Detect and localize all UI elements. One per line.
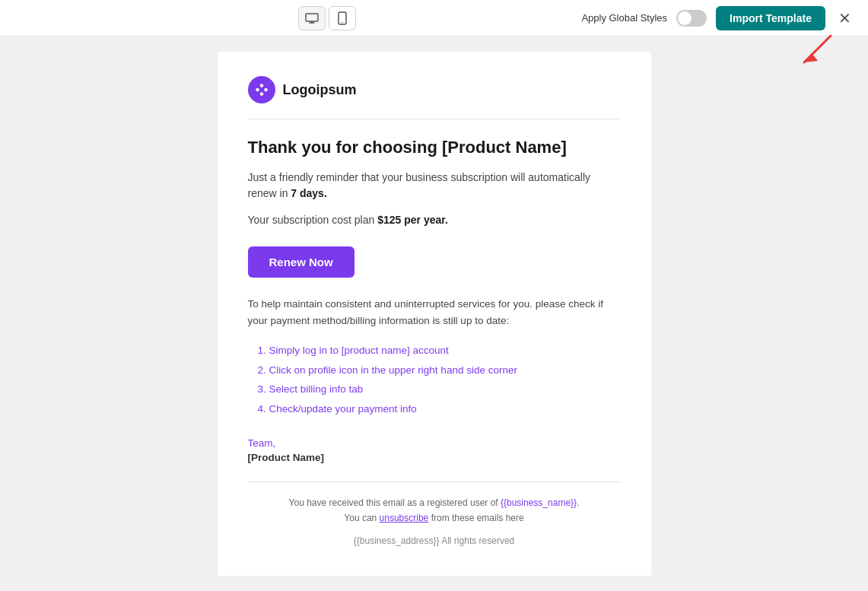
import-template-button[interactable]: Import Template bbox=[716, 6, 825, 30]
logo-icon bbox=[248, 76, 275, 103]
logo-section: Logoipsum bbox=[248, 76, 621, 103]
footer-unsubscribe-text: You can unsubscribe from these emails he… bbox=[248, 513, 621, 523]
team-label: Team, bbox=[248, 437, 621, 449]
svg-point-11 bbox=[264, 88, 267, 91]
footer-address: {{business_address}} All rights reserved bbox=[248, 535, 621, 546]
topbar-right: Apply Global Styles Import Template ✕ bbox=[581, 6, 856, 30]
email-preview-card: Logoipsum Thank you for choosing [Produc… bbox=[218, 52, 651, 576]
list-item: Simply log in to [product name] account bbox=[269, 341, 621, 361]
check-text: To help maintain consistent and uninterr… bbox=[248, 296, 621, 329]
reminder-text: Just a friendly reminder that your busin… bbox=[248, 170, 621, 202]
list-item: Click on profile icon in the upper right… bbox=[269, 361, 621, 380]
svg-point-9 bbox=[259, 92, 262, 95]
svg-point-8 bbox=[259, 84, 262, 87]
steps-list: Simply log in to [product name] account … bbox=[269, 341, 621, 419]
main-preview-area: Logoipsum Thank you for choosing [Produc… bbox=[0, 37, 868, 591]
top-divider bbox=[248, 119, 621, 119]
logo-text: Logoipsum bbox=[283, 82, 357, 98]
apply-global-label: Apply Global Styles bbox=[581, 12, 667, 24]
desktop-view-button[interactable] bbox=[298, 6, 326, 30]
svg-point-10 bbox=[256, 88, 259, 91]
product-name: [Product Name] bbox=[248, 452, 621, 463]
days-highlight: 7 days. bbox=[291, 187, 326, 199]
topbar: Apply Global Styles Import Template ✕ bbox=[0, 0, 868, 37]
business-name-placeholder: {{business_name}}. bbox=[501, 497, 579, 508]
cost-text: Your subscription cost plan $125 per yea… bbox=[248, 212, 621, 228]
global-styles-toggle[interactable] bbox=[676, 10, 707, 27]
svg-point-4 bbox=[342, 21, 343, 23]
list-item: Select billing info tab bbox=[269, 380, 621, 399]
email-heading: Thank you for choosing [Product Name] bbox=[248, 138, 621, 157]
mobile-view-button[interactable] bbox=[329, 6, 356, 30]
list-item: Check/update your payment info bbox=[269, 399, 621, 419]
footer-main-text: You have received this email as a regist… bbox=[248, 497, 621, 508]
renew-now-button[interactable]: Renew Now bbox=[248, 246, 355, 278]
email-footer: You have received this email as a regist… bbox=[248, 497, 621, 546]
svg-rect-0 bbox=[306, 14, 318, 21]
bottom-divider bbox=[248, 481, 621, 482]
close-button[interactable]: ✕ bbox=[835, 8, 856, 29]
view-toggle-group bbox=[298, 6, 356, 30]
cost-highlight: $125 per year. bbox=[377, 214, 448, 226]
unsubscribe-link[interactable]: unsubscribe bbox=[380, 513, 429, 523]
